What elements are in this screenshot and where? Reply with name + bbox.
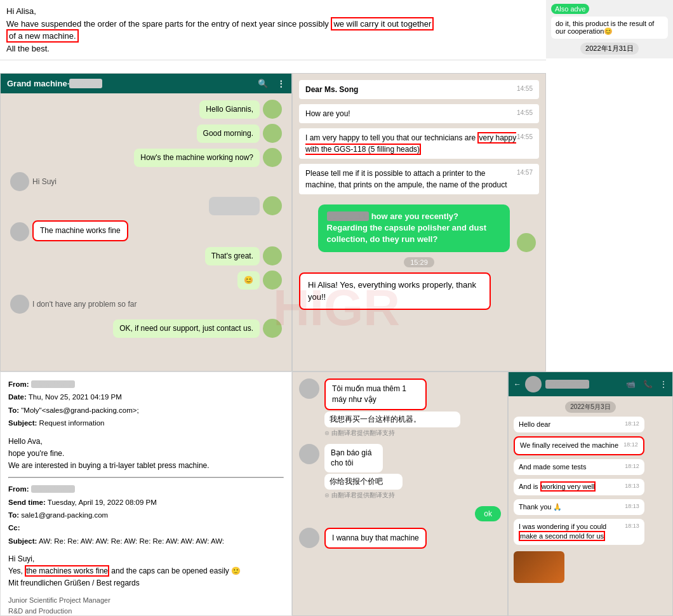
email-dear-ms-song: 14:55 Dear Ms. Song	[299, 80, 539, 99]
bc-msg-price: Bạn báo giá cho tôi 你给我报个价吧 ⊙ 由翻译君提供翻译支持	[299, 444, 501, 500]
bottom-right-chat: ← ■■■■■ ■■■■ 📹 📞 ⋮ 2022年5月3日 18:12Hello …	[508, 372, 673, 616]
br-msg-second-mold: 18:13I was wondering if you could make a…	[514, 519, 644, 545]
br-header-icons: 📹 📞 ⋮	[621, 380, 667, 389]
msg-hi-suyi: Hi Suyi	[7, 172, 285, 191]
sendtime-label: Send time:	[8, 499, 46, 506]
bc-bubble-buy: Tôi muốn mua thêm 1 máy như vậy 我想再买一台这样…	[324, 378, 460, 438]
time-1455c: 14:55	[517, 132, 533, 142]
highlight-machines-fine: the machines works fine	[25, 565, 109, 577]
avatar-sender7	[263, 319, 282, 338]
top-right-bubble: do it, this product is the result of our…	[551, 17, 668, 39]
bubble-ok-contact: OK, if need our support, just contact us…	[113, 319, 260, 338]
menu-icon[interactable]: ⋮	[277, 79, 285, 88]
left-chat-panel: Grand machine·XXXXXX 🔍 ⋮ Hello Giannis, …	[0, 73, 292, 372]
bc-ok-btn: ok	[475, 506, 501, 521]
left-chat-body: Hello Giannis, Good morning. How's the m…	[1, 93, 291, 365]
bubble-emoji: 😊	[237, 271, 260, 290]
sig-dept: R&D and Production	[8, 606, 284, 616]
br-header-left: ← ■■■■■ ■■■■	[514, 376, 589, 392]
email-ggs118: 14:55 I am very happy to tell you that o…	[299, 128, 539, 159]
br-msg-hello-dear: 18:12Hello dear	[514, 417, 644, 432]
msg-hello-giannis: Hello Giannis,	[7, 100, 285, 119]
highlight-new-machine: of a new machine.	[6, 29, 79, 43]
bubble-blurred: ■■■■■■■■	[209, 197, 260, 215]
to2-value: sale1@grand-packing.com	[21, 511, 108, 519]
body-yes: Yes,	[8, 566, 25, 575]
left-chat-icons[interactable]: 🔍 ⋮	[251, 79, 285, 88]
email-from2-field: From: XXXXXXXXX	[8, 483, 284, 495]
time-1455b: 14:55	[517, 108, 533, 117]
reply-everything-works: Hi Alisa! Yes, everything works properly…	[299, 272, 491, 310]
bc-bubble-cn1: 我想再买一台这样的机器。	[324, 412, 460, 427]
subject-value: Request information	[39, 419, 105, 427]
bc-bubble-price: Bạn báo giá cho tôi 你给我报个价吧 ⊙ 由翻译君提供翻译支持	[324, 444, 403, 500]
br-msg-tests: 18:12And made some tests	[514, 459, 644, 475]
avatar-sender5	[263, 246, 282, 265]
br-back-icon[interactable]: ←	[514, 380, 521, 389]
br-msg-thank-you: 18:13Thank you 🙏	[514, 499, 644, 515]
to-label: To:	[8, 406, 19, 414]
br-time-4: 18:13	[625, 482, 639, 490]
body-best-regards: Mit freundlichen Grüßen / Best regards	[8, 577, 284, 589]
br-contact-avatar	[525, 376, 542, 392]
email-how-are-you: 14:55 How are you!	[299, 104, 539, 123]
msg-machine-fine: The machine works fine	[7, 220, 285, 241]
br-menu-icon[interactable]: ⋮	[660, 380, 667, 389]
br-msg-working-well: 18:13And is working very well	[514, 479, 644, 495]
email-subject-field: Subject: Request information	[8, 417, 284, 429]
email-to2-field: To: sale1@grand-packing.com	[8, 509, 284, 521]
from-value: XXXXXXXXX	[31, 380, 75, 388]
bc-msg-buy-machine: Tôi muốn mua thêm 1 máy như vậy 我想再买一台这样…	[299, 378, 501, 438]
to-value: "Moly"<sales@grand-packing.com>;	[21, 406, 138, 414]
bubble-good-morning: Good morning.	[197, 124, 260, 143]
label-no-problem: I don't have any problem so far	[32, 300, 137, 309]
from2-value: XXXXXXXXX	[31, 485, 75, 493]
br-header: ← ■■■■■ ■■■■ 📹 📞 ⋮	[509, 372, 672, 396]
body-hello-ava: Hello Ava,	[8, 436, 284, 448]
br-time-6: 18:13	[625, 522, 639, 530]
video-icon[interactable]: 📹	[626, 380, 636, 389]
bc-ok-row: ok	[299, 506, 501, 521]
bottom-center-chat: Tôi muốn mua thêm 1 máy như vậy 我想再买一台这样…	[292, 372, 508, 616]
subject2-label: Subject:	[8, 537, 37, 545]
avatar-sender1	[263, 100, 282, 119]
br-time-2: 18:12	[623, 441, 638, 449]
cc-label: Cc:	[8, 524, 20, 532]
left-chat-title: Grand machine·XXXXXX	[7, 79, 102, 88]
bubble-capsule-polisher: ■■ ■■■■■■ how are you recently?Regarding…	[318, 204, 510, 252]
body-hope: hope you're fine.	[8, 448, 284, 460]
center-chat-body: 14:55 Dear Ms. Song 14:55 How are you! 1…	[293, 74, 545, 371]
br-time-3: 18:12	[625, 462, 639, 471]
highlight-ggs118: very happy with the GGS-118 (5 filling h…	[305, 132, 516, 155]
avatar-sender3	[263, 148, 282, 167]
email-text-before: We have suspended the order of the spare…	[6, 19, 331, 29]
body-hi-suyi: Hi Suyi,	[8, 553, 284, 565]
green-bubble-row: ■■ ■■■■■■ how are you recently?Regarding…	[299, 204, 539, 252]
sig-title: Junior Scientific Project Manager	[8, 595, 284, 606]
bubble-hello-giannis: Hello Giannis,	[199, 100, 260, 119]
top-right-date: 2022年1月31日	[580, 43, 639, 55]
br-contact-name: ■■■■■ ■■■■	[545, 380, 589, 389]
also-adv-label: Also adve	[551, 4, 589, 14]
bc-msg-wanna-buy: I wanna buy that machine	[299, 528, 501, 549]
time-1457: 14:57	[517, 168, 533, 177]
avatar-receiver1	[10, 172, 29, 191]
br-date: 2022年5月3日	[565, 401, 615, 413]
top-right-chat: Also adve do it, this product is the res…	[546, 0, 673, 58]
search-icon[interactable]: 🔍	[258, 79, 268, 88]
email-cc-field: Cc:	[8, 522, 284, 533]
br-product-image	[514, 551, 564, 583]
center-chat-panel: 14:55 Dear Ms. Song 14:55 How are you! 1…	[292, 73, 546, 372]
msg-machine-working: How's the machine working now?	[7, 148, 285, 167]
msg-no-problem: I don't have any problem so far	[7, 295, 285, 314]
msg-blurred: ■■■■■■■■	[7, 196, 285, 215]
bc-avatar1	[299, 378, 319, 399]
label-hi-suyi: Hi Suyi	[32, 177, 57, 186]
avatar-sender4	[263, 196, 282, 215]
time-1455a: 14:55	[517, 84, 533, 93]
email-from-field: From: XXXXXXXXX	[8, 378, 284, 390]
email-divider1	[8, 477, 284, 478]
br-body: 2022年5月3日 18:12Hello dear 18:12We finall…	[509, 396, 672, 616]
call-icon[interactable]: 📞	[643, 380, 653, 389]
bc-bubble-wanna-buy: I wanna buy that machine	[324, 528, 427, 549]
